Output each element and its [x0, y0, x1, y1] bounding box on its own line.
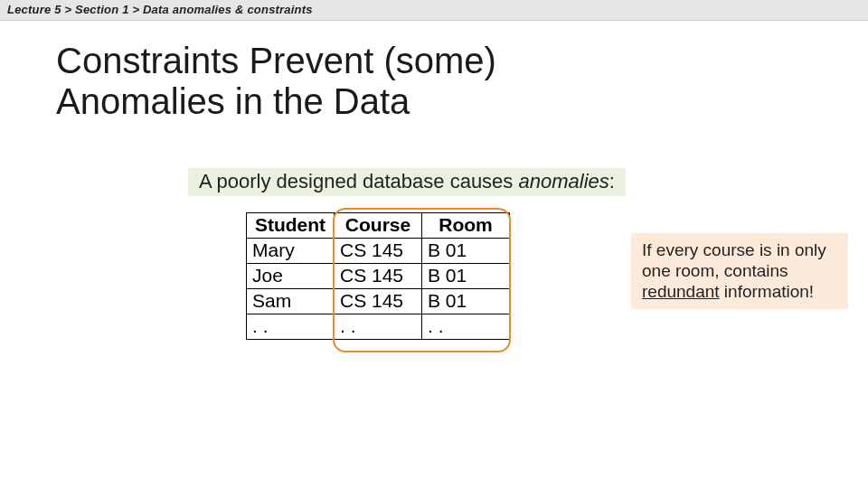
callout-em: redundant	[642, 282, 720, 301]
subtitle-post: :	[609, 170, 615, 192]
col-course: Course	[335, 213, 422, 239]
page-title: Constraints Prevent (some) Anomalies in …	[56, 41, 868, 122]
table-row: Sam CS 145 B 01	[247, 289, 510, 314]
callout-pre: If every course is in only one room, con…	[642, 240, 826, 280]
table-row: Mary CS 145 B 01	[247, 239, 510, 264]
subtitle-box: A poorly designed database causes anomal…	[188, 168, 626, 196]
breadcrumb: Lecture 5 > Section 1 > Data anomalies &…	[0, 0, 868, 21]
cell: . .	[335, 314, 422, 340]
subtitle-pre: A poorly designed database causes	[199, 170, 518, 192]
cell: . .	[247, 314, 335, 340]
cell: CS 145	[335, 239, 422, 264]
cell: Mary	[247, 239, 335, 264]
cell: CS 145	[335, 289, 422, 314]
table-header-row: Student Course Room	[247, 213, 510, 239]
title-line-1: Constraints Prevent (some)	[56, 41, 496, 80]
table-row: . . . . . .	[247, 314, 510, 340]
data-table: Student Course Room Mary CS 145 B 01 Joe…	[246, 212, 510, 340]
col-room: Room	[422, 213, 510, 239]
cell: B 01	[422, 289, 510, 314]
cell: B 01	[422, 239, 510, 264]
subtitle-em: anomalies	[518, 170, 609, 192]
cell: CS 145	[335, 264, 422, 289]
data-table-wrap: Student Course Room Mary CS 145 B 01 Joe…	[246, 212, 510, 340]
cell: Joe	[247, 264, 335, 289]
cell: Sam	[247, 289, 335, 314]
title-line-2: Anomalies in the Data	[56, 81, 410, 121]
callout-post: information!	[720, 282, 815, 301]
col-student: Student	[247, 213, 335, 239]
callout-box: If every course is in only one room, con…	[631, 233, 848, 309]
table-row: Joe CS 145 B 01	[247, 264, 510, 289]
cell: B 01	[422, 264, 510, 289]
cell: . .	[422, 314, 510, 340]
